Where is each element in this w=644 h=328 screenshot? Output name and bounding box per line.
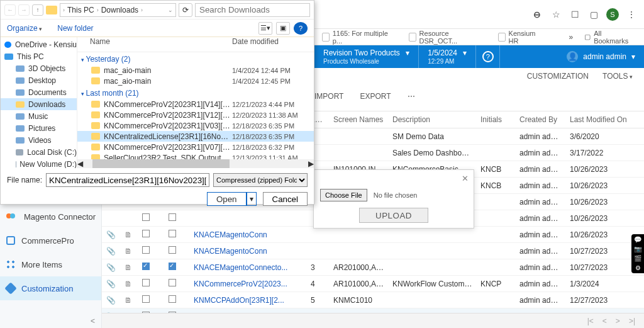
extensions-icon[interactable]: ☐	[567, 7, 582, 22]
pager-next[interactable]: >	[616, 317, 620, 325]
bookmark-item[interactable]: Resource DSR_OCT...	[409, 30, 487, 45]
tenant-picker[interactable]: Revision Two Products ▾ Products Wholesa…	[314, 45, 418, 68]
tree-item[interactable]: Local Disk (C:)	[1, 146, 77, 158]
include-scr-checkbox[interactable]	[155, 259, 190, 276]
chat-icon[interactable]: 💬	[634, 236, 641, 243]
nav-back-icon[interactable]: ←	[4, 4, 16, 16]
file-type-filter[interactable]: Compressed (zipped) Folder	[213, 173, 308, 187]
nav-forward-icon[interactable]: →	[18, 4, 30, 16]
include-checkbox[interactable]	[137, 227, 155, 243]
table-row[interactable]: 📎🗎KNACEMagentoConnecto...3AR201000,AR30.…	[102, 259, 644, 276]
note-icon[interactable]: 🗎	[119, 292, 137, 308]
file-row[interactable]: mac_aio-main1/4/2024 12:44 PM	[77, 65, 314, 76]
gear-icon[interactable]: ⚙	[635, 264, 641, 271]
project-name-link[interactable]: KNCommerceProV2[2023...	[190, 276, 307, 292]
sidebar-item-commercepro[interactable]: CommercePro	[0, 229, 101, 252]
cancel-button[interactable]: Cancel	[263, 192, 308, 206]
open-button[interactable]: Open	[207, 192, 247, 206]
tree-item[interactable]: Documents	[1, 86, 77, 98]
include-scr-checkbox[interactable]	[155, 243, 190, 259]
attachment-icon[interactable]: 📎	[102, 259, 119, 276]
file-row[interactable]: KNCentralizedLicense[23R1][16Nov2023][V0…	[77, 131, 314, 142]
attachment-icon[interactable]: 📎	[102, 227, 119, 243]
camera-icon[interactable]: 📷	[634, 246, 641, 252]
pager-prev[interactable]: <	[602, 317, 607, 325]
preview-pane-icon[interactable]: ▣	[276, 22, 290, 35]
file-row[interactable]: KNCommerceProV2[2023R1][V12][19DEC2023]1…	[77, 110, 314, 120]
tree-item[interactable]: Downloads	[1, 98, 77, 110]
attachment-icon[interactable]: 📎	[102, 276, 119, 292]
table-row[interactable]: 📎🗎KNMCCPAddOn[23R1][2...5KNMC1010admin a…	[102, 292, 644, 308]
user-menu[interactable]: 👤admin admin▾	[499, 45, 644, 68]
browser-menu-icon[interactable]: ⋮	[624, 7, 639, 22]
attachment-icon[interactable]: 📎	[102, 243, 119, 259]
include-checkbox[interactable]	[137, 210, 155, 227]
tree-item[interactable]: OneDrive - Kensiu	[1, 38, 77, 50]
tree-item[interactable]: Pictures	[1, 122, 77, 134]
project-name-link[interactable]: KNMCCPAddOn[23R1][2...	[190, 292, 307, 308]
filename-input[interactable]	[46, 173, 209, 187]
pager-last[interactable]: >|	[629, 317, 635, 325]
file-group-header[interactable]: Yesterday (2)	[77, 52, 314, 65]
file-row[interactable]: mac_aio-main1/4/2024 12:45 PM	[77, 76, 314, 86]
bookmarks-more[interactable]: »	[569, 33, 573, 42]
file-row[interactable]: KNCommerceProV2[2023R1][V07][14DEC2023]1…	[77, 142, 314, 152]
upload-button[interactable]: UPLOAD	[359, 208, 428, 223]
include-checkbox[interactable]	[137, 292, 155, 308]
profile-avatar[interactable]: S	[605, 7, 620, 22]
note-icon[interactable]	[119, 210, 137, 227]
bookmark-item[interactable]: Kensium HR	[498, 30, 547, 45]
close-icon[interactable]: ✕	[462, 174, 469, 183]
project-name-link[interactable]: KNACEMagentoConn	[190, 227, 307, 243]
sidebar-item-more-items[interactable]: More Items	[0, 252, 101, 276]
tree-item[interactable]: This PC	[1, 50, 77, 62]
col-name[interactable]: Name	[90, 37, 232, 52]
tree-item[interactable]: 3D Objects	[1, 62, 77, 74]
refresh-icon[interactable]: ⟳	[179, 3, 192, 17]
feedback-tools[interactable]: 💬 📷 🎬 ⚙	[631, 234, 644, 273]
all-bookmarks[interactable]: ▢All Bookmarks	[584, 30, 636, 45]
help-icon[interactable]: ?	[475, 45, 499, 68]
project-name-link[interactable]	[190, 210, 307, 227]
tree-item[interactable]: Desktop	[1, 74, 77, 86]
note-icon[interactable]: 🗎	[119, 227, 137, 243]
password-key-icon[interactable]: ⊖	[530, 7, 545, 22]
help-icon[interactable]: ?	[294, 22, 308, 35]
sidebar-collapse-icon[interactable]: <	[91, 317, 95, 325]
include-checkbox[interactable]	[137, 276, 155, 292]
bookmark-star-icon[interactable]: ☆	[548, 7, 564, 22]
new-folder-button[interactable]: New folder	[57, 24, 93, 33]
project-name-link[interactable]: KNACEMagentoConnecto...	[190, 259, 307, 276]
attachment-icon[interactable]: 📎	[102, 292, 119, 308]
tree-item[interactable]: Music	[1, 110, 77, 122]
include-scr-checkbox[interactable]	[155, 276, 190, 292]
file-group-header[interactable]: Last month (21)	[77, 86, 314, 99]
tools-menu[interactable]: TOOLS	[602, 72, 633, 81]
search-input[interactable]	[195, 3, 310, 17]
tree-item[interactable]: Videos	[1, 134, 77, 146]
table-row[interactable]: 📎🗎KNCommerceProV2[2023...4AR101000,AR20.…	[102, 276, 644, 292]
file-row[interactable]: KNCommerceProV2[2023R1][V03][15SEP2023] …	[77, 120, 314, 131]
open-split-icon[interactable]: ▾	[247, 192, 257, 206]
include-scr-checkbox[interactable]	[155, 292, 190, 308]
choose-file-button[interactable]: Choose File	[320, 189, 367, 201]
import-button[interactable]: IMPORT	[314, 92, 343, 101]
note-icon[interactable]: 🗎	[119, 276, 137, 292]
attachment-icon[interactable]	[102, 210, 119, 227]
note-icon[interactable]: 🗎	[119, 243, 137, 259]
address-bar[interactable]: › This PC› Downloads› ⌄	[60, 3, 176, 17]
include-checkbox[interactable]	[137, 243, 155, 259]
nav-up-icon[interactable]: ↑	[32, 4, 43, 16]
export-button[interactable]: EXPORT	[360, 92, 391, 101]
organize-menu[interactable]: Organize	[7, 24, 42, 33]
sidebar-item-customization[interactable]: Customization	[0, 276, 101, 300]
table-row[interactable]: 📎🗎KNACEMagentoConnadmin admin10/27/2023	[102, 243, 644, 259]
tree-item[interactable]: New Volume (D:)	[1, 158, 77, 168]
business-date-picker[interactable]: 1/5/2024 ▾ 12:29 AM	[418, 45, 475, 68]
view-mode-icon[interactable]: ☰▾	[258, 22, 272, 35]
note-icon[interactable]: 🗎	[119, 259, 137, 276]
pager-first[interactable]: |<	[587, 317, 594, 325]
bookmark-item[interactable]: 1165: For multiple p...	[322, 30, 397, 45]
col-modified[interactable]: Date modified	[232, 37, 314, 52]
include-scr-checkbox[interactable]	[155, 227, 190, 243]
